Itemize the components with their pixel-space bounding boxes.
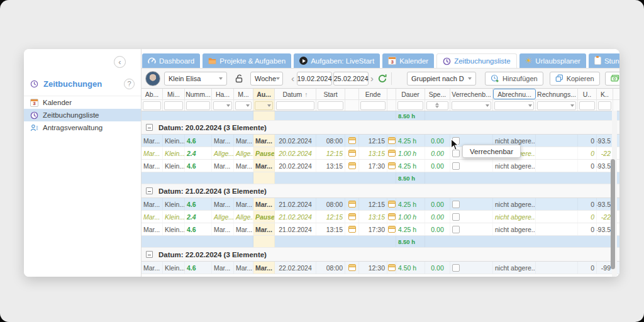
filter-input-start[interactable] [318, 101, 343, 110]
cell-ha[interactable]: Mar... [212, 223, 234, 235]
cell-rechnungs[interactable] [536, 160, 578, 172]
cell-dauer[interactable]: 4.25 h [396, 160, 425, 172]
cell-spe[interactable]: 0.00 [425, 147, 450, 159]
cell-mi[interactable]: Klein... [163, 198, 185, 210]
cell-dauer[interactable]: 4.25 h [396, 135, 425, 147]
cell-spe[interactable]: 0.00 [425, 160, 450, 172]
cell-calendar[interactable] [387, 147, 396, 159]
cell-calendar[interactable] [345, 223, 359, 235]
filter-input-abteilung[interactable] [143, 101, 161, 110]
cell-dauer[interactable]: 1.00 h [396, 147, 425, 159]
cell-calendar[interactable] [345, 160, 359, 172]
cell-numm[interactable]: 4.6 [185, 160, 212, 172]
column-header-datum[interactable]: Datum ↑ [275, 89, 316, 99]
column-header-k[interactable]: K.. [597, 89, 613, 99]
cell-abrechnung[interactable]: nicht abgere... [493, 160, 536, 172]
cell-m[interactable]: Mar... [234, 135, 253, 147]
sidebar-item-kalender[interactable]: 3 Kalender [24, 96, 141, 109]
cell-au[interactable]: Pause [253, 211, 275, 223]
cell-numm[interactable]: 2.4 [185, 147, 212, 159]
column-header-ende[interactable]: Ende [359, 89, 387, 99]
cell-k[interactable]: -93.5 [597, 135, 613, 147]
cell-abrechnung[interactable]: nicht abgere... [493, 198, 536, 210]
help-button[interactable]: ? [124, 79, 135, 89]
filter-select-abrechnung[interactable] [494, 101, 534, 110]
cell-calendar[interactable] [345, 262, 359, 274]
column-header-rechnungs[interactable]: Rechnungs... [536, 89, 578, 99]
collapse-group-icon[interactable] [146, 187, 153, 194]
cell-rechnungs[interactable] [536, 198, 578, 210]
cell-ab[interactable]: Mar... [142, 160, 163, 172]
cell-dauer[interactable]: 4.50 h [396, 262, 425, 274]
verrechenbar-checkbox[interactable] [452, 264, 460, 272]
cell-rechnungs[interactable] [536, 262, 578, 274]
cell-ende[interactable]: 13:15 [359, 147, 387, 159]
cell-verrechenbar[interactable] [450, 223, 493, 235]
calendar-icon[interactable] [388, 213, 396, 220]
cell-datum[interactable]: 21.02.2024 [275, 223, 316, 235]
group-by-select[interactable]: Gruppiert nach D [407, 72, 476, 86]
cell-calendar[interactable] [387, 135, 396, 147]
cell-start[interactable]: 12:15 [316, 147, 345, 159]
cell-datum[interactable]: 20.02.2024 [275, 135, 316, 147]
verrechenbar-checkbox[interactable] [452, 226, 460, 233]
cell-rechnungs[interactable] [536, 223, 578, 235]
column-header-au[interactable]: Au... [253, 89, 275, 99]
cell-au[interactable]: Mar... [253, 198, 275, 210]
cell-u[interactable]: 0 [578, 135, 597, 147]
invoice-button[interactable]: Fakturieren [605, 72, 619, 86]
cell-dauer[interactable]: 1.00 h [396, 211, 425, 223]
filter-select-m[interactable] [235, 101, 252, 110]
cell-m[interactable]: Allge... [234, 211, 253, 223]
verrechenbar-checkbox[interactable] [452, 201, 460, 208]
column-header-verrechenbar[interactable]: Verrechenb... [450, 89, 493, 99]
cell-mi[interactable]: Klein... [163, 223, 185, 235]
table-row[interactable]: Mar...Klein...4.6Mar...Mar...Mar...20.02… [142, 135, 619, 147]
vertical-scrollbar-thumb[interactable] [611, 159, 615, 269]
column-header-abrechnung[interactable]: Abrechnu... [493, 89, 536, 99]
table-row[interactable]: Mar...Klein...4.6Mar...Mar...Mar...20.02… [142, 160, 619, 172]
copy-button[interactable]: Kopieren [550, 72, 600, 86]
cell-u[interactable]: 0 [578, 223, 597, 235]
column-header-abteilung[interactable]: Ab... [142, 89, 163, 99]
cell-rechnungs[interactable] [536, 147, 578, 159]
table-row[interactable]: Mar...Klein...4.6Mar...Mar...Mar...21.02… [142, 198, 619, 211]
cell-au[interactable]: Mar... [253, 160, 275, 172]
cell-dauer[interactable]: 4.25 h [396, 223, 425, 235]
table-row[interactable]: Mar...Klein...4.6Mar...Mar...Mar...22.02… [142, 262, 619, 274]
cell-start[interactable]: 12:15 [316, 211, 345, 223]
refresh-icon[interactable] [377, 74, 387, 84]
column-header-mitarbeiter[interactable]: Mi... [163, 89, 185, 99]
cell-ende[interactable]: 13:15 [359, 211, 387, 223]
filter-select-au[interactable] [255, 101, 273, 110]
table-row[interactable]: Mar...Klein...2.4Allge...Allge...Pause20… [142, 147, 619, 160]
cell-calendar[interactable] [387, 223, 396, 235]
cell-start[interactable]: 08:00 [316, 135, 345, 147]
cell-m[interactable]: Mar... [234, 160, 253, 172]
cell-datum[interactable]: 21.02.2024 [275, 211, 316, 223]
cell-datum[interactable]: 20.02.2024 [275, 147, 316, 159]
cell-ha[interactable]: Mar... [212, 198, 234, 210]
cell-m[interactable]: Allge... [234, 147, 253, 159]
tab-stundenabrechnung[interactable]: Stundenabrechn [589, 53, 619, 68]
cell-calendar[interactable] [345, 135, 359, 147]
cell-u[interactable]: 0 [578, 160, 597, 172]
cell-u[interactable]: 0 [578, 262, 597, 274]
cell-ende[interactable]: 17:30 [359, 160, 387, 172]
cell-u[interactable]: 0 [578, 147, 597, 159]
cell-abrechnung[interactable]: nicht abgere... [493, 211, 536, 223]
column-header-start-picker[interactable] [345, 89, 359, 99]
period-select[interactable]: Woche [250, 72, 283, 86]
cell-numm[interactable]: 2.4 [185, 211, 212, 223]
collapse-group-icon[interactable] [146, 251, 153, 258]
cell-calendar[interactable] [345, 198, 359, 210]
cell-rechnungs[interactable] [536, 211, 578, 223]
group-header-row[interactable]: Datum: 22.02.2024 (3 Elemente) [142, 248, 619, 262]
cell-m[interactable]: Mar... [234, 198, 253, 210]
tab-projekte-aufgaben[interactable]: Projekte & Aufgaben [203, 53, 291, 68]
cell-calendar[interactable] [345, 147, 359, 159]
filter-input-nummer[interactable] [186, 101, 210, 110]
cell-ha[interactable]: Mar... [212, 135, 234, 147]
cell-numm[interactable]: 4.6 [185, 223, 212, 235]
group-header-row[interactable]: Datum: 20.02.2024 (3 Elemente) [142, 121, 619, 135]
